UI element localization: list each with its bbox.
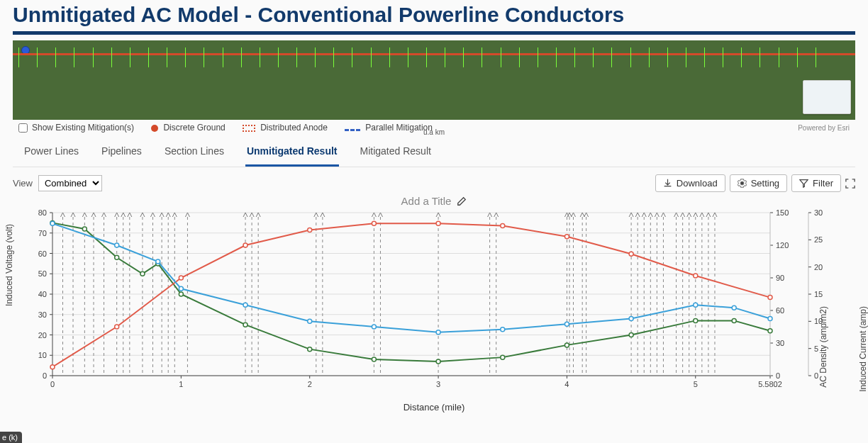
svg-point-129 [732, 318, 736, 323]
svg-point-141 [694, 274, 698, 278]
svg-text:4: 4 [564, 380, 569, 388]
pencil-icon [457, 196, 467, 206]
svg-point-145 [156, 259, 160, 264]
filter-button[interactable]: Filter [791, 174, 841, 192]
svg-text:60: 60 [38, 249, 47, 258]
svg-point-146 [179, 286, 183, 291]
powered-by-esri: Powered by Esri [798, 124, 850, 132]
svg-point-132 [115, 325, 119, 329]
show-existing-mitigation-checkbox[interactable]: Show Existing Mitigation(s) [18, 123, 134, 133]
svg-point-143 [50, 221, 55, 225]
svg-text:20: 20 [814, 263, 823, 271]
svg-point-135 [308, 228, 312, 232]
svg-point-152 [564, 322, 569, 326]
svg-point-148 [308, 319, 312, 323]
svg-point-124 [436, 359, 440, 364]
map-legend: Show Existing Mitigation(s) Discrete Gro… [13, 120, 855, 135]
svg-point-136 [372, 221, 376, 225]
title-rule [13, 31, 855, 35]
svg-point-139 [564, 235, 569, 239]
svg-point-130 [768, 329, 772, 333]
svg-text:60: 60 [776, 306, 784, 315]
svg-text:3: 3 [436, 380, 440, 388]
y-right-axis-label: Induced Current (amp) [858, 306, 868, 392]
svg-point-149 [372, 325, 376, 329]
blue-dash-icon [345, 129, 360, 132]
tab-unmitigated[interactable]: Unmitigated Result [245, 142, 339, 162]
map-minimap[interactable] [803, 80, 851, 114]
svg-point-117 [115, 255, 119, 259]
tab-powerlines[interactable]: Power Lines [23, 142, 80, 162]
svg-text:0: 0 [776, 371, 780, 380]
view-select[interactable]: Combined [38, 175, 102, 191]
svg-text:15: 15 [814, 290, 823, 298]
svg-point-144 [115, 243, 119, 247]
svg-text:5.5802: 5.5802 [758, 380, 782, 388]
svg-text:0: 0 [43, 371, 47, 380]
svg-point-120 [179, 292, 183, 296]
tabs-bar: Power LinesPipelinesSection LinesUnmitig… [13, 135, 855, 167]
tab-sectionlines[interactable]: Section Lines [163, 142, 226, 162]
map-mileposts [13, 47, 855, 76]
svg-text:120: 120 [776, 241, 789, 249]
download-icon [663, 179, 672, 188]
svg-text:40: 40 [38, 290, 47, 298]
chart-title-add[interactable]: Add a Title [0, 195, 868, 207]
footer-chip: e (k) [0, 432, 22, 443]
svg-point-131 [50, 365, 55, 369]
svg-point-133 [179, 276, 183, 280]
expand-icon[interactable] [845, 179, 855, 189]
svg-text:30: 30 [38, 310, 47, 319]
svg-text:5: 5 [694, 380, 698, 388]
svg-text:150: 150 [776, 208, 789, 217]
view-label: View [13, 178, 33, 189]
svg-text:80: 80 [38, 208, 47, 217]
toolbar: View Combined Download Setting Filter [0, 167, 868, 192]
svg-text:90: 90 [776, 274, 784, 282]
legend-parallel-mitigation: Parallel Mitigation [345, 123, 433, 133]
show-existing-mitigation-input[interactable] [18, 123, 28, 133]
svg-point-142 [768, 296, 772, 300]
svg-point-137 [436, 221, 440, 225]
svg-point-154 [694, 303, 698, 307]
svg-text:70: 70 [38, 229, 47, 237]
show-existing-mitigation-label: Show Existing Mitigation(s) [32, 123, 134, 133]
tab-mitigated[interactable]: Mitigated Result [359, 142, 433, 162]
legend-discrete-ground: Discrete Ground [151, 123, 226, 133]
svg-text:50: 50 [38, 269, 47, 278]
svg-text:10: 10 [38, 351, 47, 359]
svg-point-0 [740, 182, 743, 185]
svg-point-127 [629, 333, 633, 337]
svg-point-126 [564, 343, 569, 347]
svg-text:1: 1 [179, 380, 183, 388]
svg-point-153 [629, 317, 633, 321]
chart[interactable]: 0123455.58020102030405060708003060901201… [13, 207, 855, 405]
svg-text:0: 0 [50, 380, 55, 388]
svg-point-156 [768, 317, 772, 321]
gear-icon [738, 179, 747, 188]
scale-label: u.a km [423, 128, 445, 135]
svg-point-116 [82, 227, 87, 231]
red-dot-icon [151, 125, 158, 132]
chart-canvas: 0123455.58020102030405060708003060901201… [13, 207, 855, 397]
svg-point-150 [436, 330, 440, 335]
setting-button[interactable]: Setting [730, 174, 787, 192]
y-left-axis-label: Induced Voltage (volt) [4, 224, 14, 306]
svg-text:25: 25 [814, 235, 823, 244]
svg-point-151 [501, 327, 505, 332]
svg-point-125 [501, 355, 505, 359]
download-button[interactable]: Download [655, 174, 725, 192]
svg-text:30: 30 [814, 208, 823, 217]
red-dashbox-icon [243, 125, 255, 132]
tab-pipelines[interactable]: Pipelines [100, 142, 143, 162]
svg-text:20: 20 [38, 331, 47, 340]
svg-point-122 [308, 347, 312, 352]
svg-point-121 [243, 323, 247, 327]
svg-point-138 [501, 223, 505, 228]
svg-point-128 [694, 318, 698, 323]
svg-point-134 [243, 243, 247, 247]
map-strip[interactable]: Show Existing Mitigation(s) Discrete Gro… [13, 40, 855, 135]
y-right2-axis-label: AC Density (amp/m2) [818, 306, 828, 388]
svg-text:30: 30 [776, 339, 784, 347]
svg-point-118 [140, 271, 145, 276]
